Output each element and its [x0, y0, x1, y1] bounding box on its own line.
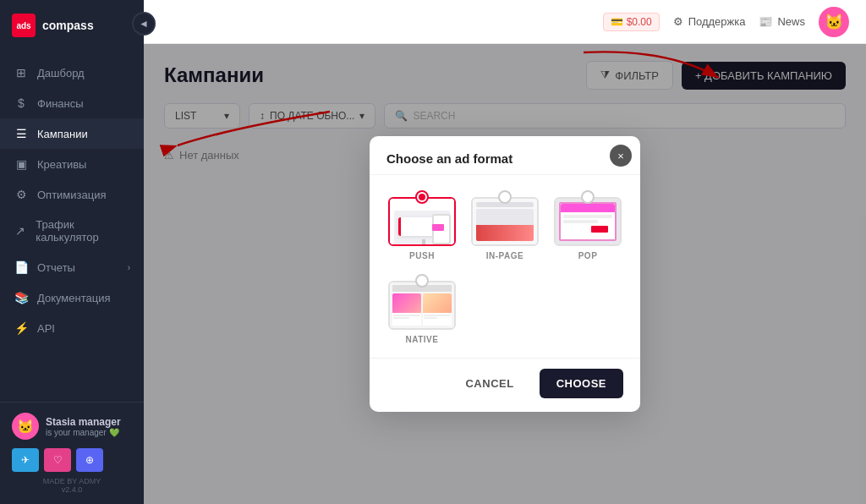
page-area: Кампании ⧩ ФИЛЬТР + ДОБАВИТЬ КАМПАНИЮ LI… [144, 44, 866, 504]
modal-backdrop[interactable]: Choose an ad format × [144, 44, 866, 504]
sidebar-footer: 🐱 Stasia manager is your manager 💚 ✈ ♡ ⊕… [0, 402, 144, 504]
push-radio [415, 190, 429, 204]
optimization-icon: ⚙ [14, 188, 29, 201]
telegram-button[interactable]: ✈ [12, 448, 39, 472]
sidebar-item-finance[interactable]: $ Финансы [0, 88, 144, 118]
native-label: NATIVE [406, 335, 439, 344]
pop-label: POP [578, 251, 598, 260]
sidebar-item-label: Отчеты [37, 261, 75, 274]
finance-icon: $ [14, 96, 29, 110]
ad-format-modal: Choose an ad format × [370, 136, 640, 412]
inpage-preview [471, 197, 539, 246]
manager-text: Stasia manager is your manager 💚 [46, 416, 121, 437]
logo-icon: ads [12, 14, 36, 37]
sidebar-item-label: API [37, 322, 55, 335]
sidebar-item-campaigns[interactable]: ☰ Кампании [0, 118, 144, 149]
main-content: 💳 $0.00 ⚙ Поддержка 📰 News 🐱 [144, 0, 866, 504]
sidebar-item-reports[interactable]: 📄 Отчеты › [0, 252, 144, 282]
ad-format-inpage[interactable]: IN-PAGE [469, 189, 540, 260]
pop-radio [581, 190, 595, 204]
top-header: 💳 $0.00 ⚙ Поддержка 📰 News 🐱 [144, 0, 866, 44]
sidebar-item-api[interactable]: ⚡ API [0, 313, 144, 343]
made-by-text: MADE BY ADMY v2.4.0 [12, 477, 132, 494]
skype-button[interactable]: ♡ [44, 448, 71, 472]
news-label: News [777, 15, 805, 28]
modal-title: Choose an ad format [386, 151, 512, 166]
sidebar-item-label: Оптимизация [37, 189, 107, 201]
pop-preview [554, 197, 622, 246]
modal-header: Choose an ad format [370, 136, 640, 175]
chevron-right-icon: › [128, 263, 130, 272]
sidebar-item-label: Кампании [37, 128, 88, 140]
ad-format-pop[interactable]: POP [552, 189, 623, 260]
grid-spacer-2 [552, 272, 623, 344]
docs-icon: 📚 [14, 291, 29, 304]
sidebar-item-label: Финансы [37, 97, 84, 110]
news-icon: 📰 [759, 15, 772, 28]
modal-close-button[interactable]: × [610, 145, 632, 167]
sidebar-collapse-button[interactable]: ◄ [132, 12, 156, 36]
sidebar-item-traffic-calc[interactable]: ↗ Трафик калькулятор [0, 210, 144, 252]
news-link[interactable]: 📰 News [759, 15, 805, 28]
sidebar-item-label: Дашборд [37, 67, 85, 79]
sidebar-item-optimization[interactable]: ⚙ Оптимизация [0, 179, 144, 210]
inpage-radio [498, 190, 512, 204]
support-label: Поддержка [688, 15, 746, 28]
balance-value: $0.00 [627, 16, 652, 28]
sidebar-item-docs[interactable]: 📚 Документация [0, 282, 144, 313]
ad-format-native[interactable]: NATIVE [386, 272, 458, 344]
user-avatar[interactable]: 🐱 [819, 7, 849, 37]
manager-name: Stasia manager [46, 416, 121, 428]
avatar: 🐱 [12, 413, 39, 440]
ad-format-push[interactable]: PUSH [386, 189, 458, 260]
dashboard-icon: ⊞ [14, 66, 29, 79]
discord-button[interactable]: ⊕ [76, 448, 103, 472]
grid-spacer-1 [469, 272, 540, 344]
traffic-calc-icon: ↗ [14, 224, 27, 238]
manager-info: 🐱 Stasia manager is your manager 💚 [12, 413, 132, 440]
reports-icon: 📄 [14, 260, 29, 274]
logo-area: ads compass [0, 0, 144, 51]
sidebar-item-label: Трафик калькулятор [36, 218, 130, 244]
sidebar-item-label: Документация [37, 292, 111, 304]
sidebar-item-dashboard[interactable]: ⊞ Дашборд [0, 58, 144, 88]
nav-items: ⊞ Дашборд $ Финансы ☰ Кампании ▣ Креатив… [0, 51, 144, 402]
balance-badge[interactable]: 💳 $0.00 [603, 13, 660, 31]
wallet-icon: 💳 [611, 16, 623, 28]
native-preview [388, 281, 456, 330]
inpage-label: IN-PAGE [486, 251, 523, 260]
creatives-icon: ▣ [14, 157, 29, 171]
modal-body: PUSH IN-PAGE [370, 175, 640, 358]
cancel-button[interactable]: CANCEL [448, 369, 530, 398]
native-radio [415, 274, 429, 288]
modal-footer: CANCEL CHOOSE [370, 358, 640, 412]
push-label: PUSH [409, 251, 435, 260]
support-icon: ⚙ [673, 15, 683, 28]
manager-role: is your manager 💚 [46, 428, 121, 437]
campaigns-icon: ☰ [14, 127, 29, 140]
support-link[interactable]: ⚙ Поддержка [673, 15, 746, 28]
social-buttons: ✈ ♡ ⊕ [12, 448, 132, 472]
api-icon: ⚡ [14, 321, 29, 335]
push-preview [388, 197, 456, 246]
sidebar-item-creatives[interactable]: ▣ Креативы [0, 149, 144, 179]
sidebar: ◄ ads compass ⊞ Дашборд $ Финансы ☰ Камп… [0, 0, 144, 504]
sidebar-item-label: Креативы [37, 158, 86, 171]
logo-text: compass [42, 19, 94, 32]
choose-button[interactable]: CHOOSE [540, 369, 623, 398]
